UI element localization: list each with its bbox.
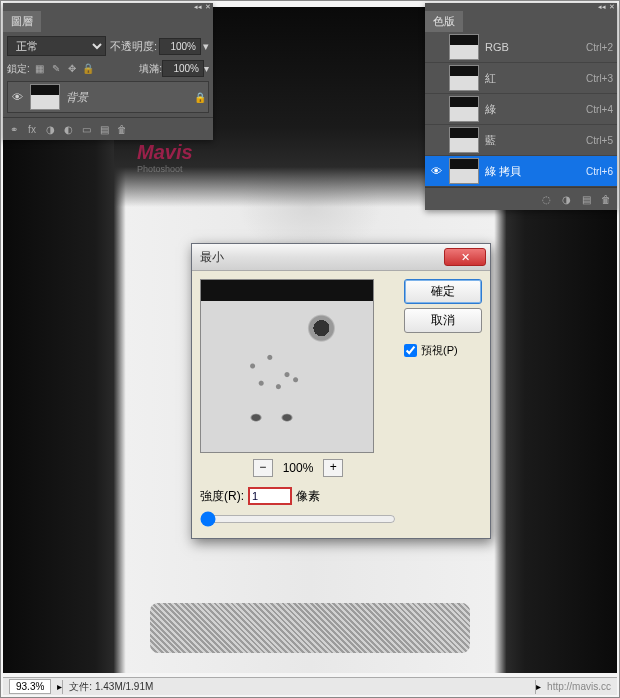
- panel-title-bar[interactable]: ◂◂ ✕: [3, 3, 213, 11]
- collapse-icon[interactable]: ◂◂: [598, 3, 606, 11]
- status-url: http://mavis.cc: [541, 681, 617, 692]
- channel-shortcut: Ctrl+4: [586, 104, 613, 115]
- channel-shortcut: Ctrl+6: [586, 166, 613, 177]
- radius-unit: 像素: [296, 488, 320, 505]
- channel-shortcut: Ctrl+5: [586, 135, 613, 146]
- radius-input[interactable]: [248, 487, 292, 505]
- layers-panel: ◂◂ ✕ 圖層 正常 不透明度: 100% ▾ 鎖定: ▦ ✎ ✥ 🔒 填滿: …: [3, 3, 213, 140]
- radius-slider[interactable]: [200, 511, 396, 527]
- watermark-sub: Photoshoot: [137, 164, 193, 174]
- panel-title-bar[interactable]: ◂◂ ✕: [425, 3, 617, 11]
- watermark: Mavis Photoshoot: [137, 141, 193, 174]
- channels-tab[interactable]: 色版: [425, 11, 463, 32]
- fill-label: 填滿:: [139, 62, 162, 76]
- trash-icon[interactable]: 🗑: [599, 192, 613, 206]
- group-icon[interactable]: ▭: [79, 122, 93, 136]
- dialog-title: 最小: [200, 249, 444, 266]
- channel-label: 綠 拷貝: [485, 164, 580, 179]
- mask-icon[interactable]: ◑: [43, 122, 57, 136]
- chevron-down-icon[interactable]: ▾: [204, 63, 209, 74]
- layers-tab[interactable]: 圖層: [3, 11, 41, 32]
- lock-icon: 🔒: [194, 92, 206, 103]
- lock-pixels-icon[interactable]: ✎: [50, 63, 62, 75]
- channel-row[interactable]: 紅Ctrl+3: [425, 63, 617, 94]
- layers-panel-footer: ⚭ fx ◑ ◐ ▭ ▤ 🗑: [3, 117, 213, 140]
- channel-shortcut: Ctrl+2: [586, 42, 613, 53]
- channels-panel: ◂◂ ✕ 色版 RGBCtrl+2紅Ctrl+3綠Ctrl+4藍Ctrl+5👁綠…: [425, 3, 617, 210]
- fx-icon[interactable]: fx: [25, 122, 39, 136]
- channel-thumbnail[interactable]: [449, 34, 479, 60]
- preview-checkbox-label: 預視(P): [421, 343, 458, 358]
- link-layers-icon[interactable]: ⚭: [7, 122, 21, 136]
- preview-image: [201, 280, 373, 452]
- save-selection-icon[interactable]: ◑: [559, 192, 573, 206]
- filter-preview[interactable]: [200, 279, 374, 453]
- channel-row[interactable]: RGBCtrl+2: [425, 32, 617, 63]
- channel-label: RGB: [485, 41, 580, 53]
- new-layer-icon[interactable]: ▤: [97, 122, 111, 136]
- channel-row[interactable]: 👁綠 拷貝Ctrl+6: [425, 156, 617, 187]
- channel-shortcut: Ctrl+3: [586, 73, 613, 84]
- adjustment-layer-icon[interactable]: ◐: [61, 122, 75, 136]
- preview-checkbox-row[interactable]: 預視(P): [404, 343, 482, 358]
- ok-button[interactable]: 確定: [404, 279, 482, 304]
- channels-panel-footer: ◌ ◑ ▤ 🗑: [425, 187, 617, 210]
- status-bar: 93.3% ▸ 文件: 1.43M/1.91M ▸ http://mavis.c…: [3, 677, 617, 695]
- lock-transparency-icon[interactable]: ▦: [34, 63, 46, 75]
- new-channel-icon[interactable]: ▤: [579, 192, 593, 206]
- channel-label: 紅: [485, 71, 580, 86]
- watermark-text: Mavis: [137, 141, 193, 163]
- collapse-icon[interactable]: ◂◂: [194, 3, 202, 11]
- channel-thumbnail[interactable]: [449, 96, 479, 122]
- minimum-filter-dialog: 最小 ✕ − 100% + 強度(R): 像素 確定 取消: [191, 243, 491, 539]
- trash-icon[interactable]: 🗑: [115, 122, 129, 136]
- layer-row[interactable]: 👁 背景 🔒: [7, 81, 209, 113]
- status-doc-size[interactable]: 文件: 1.43M/1.91M: [62, 680, 536, 694]
- cancel-button[interactable]: 取消: [404, 308, 482, 333]
- image-region-necklace: [150, 603, 469, 653]
- channel-thumbnail[interactable]: [449, 65, 479, 91]
- radius-label: 強度(R):: [200, 488, 244, 505]
- visibility-eye-icon[interactable]: 👁: [10, 91, 24, 103]
- zoom-percent: 100%: [283, 461, 314, 475]
- opacity-label: 不透明度:: [110, 39, 157, 54]
- dialog-titlebar[interactable]: 最小 ✕: [192, 244, 490, 271]
- channel-label: 藍: [485, 133, 580, 148]
- channel-thumbnail[interactable]: [449, 158, 479, 184]
- fill-value[interactable]: 100%: [162, 60, 204, 77]
- blend-mode-select[interactable]: 正常: [7, 36, 106, 56]
- channel-row[interactable]: 綠Ctrl+4: [425, 94, 617, 125]
- zoom-in-button[interactable]: +: [323, 459, 343, 477]
- load-selection-icon[interactable]: ◌: [539, 192, 553, 206]
- visibility-eye-icon[interactable]: 👁: [429, 165, 443, 177]
- channel-thumbnail[interactable]: [449, 127, 479, 153]
- layer-name[interactable]: 背景: [66, 90, 188, 105]
- close-button[interactable]: ✕: [444, 248, 486, 266]
- preview-checkbox[interactable]: [404, 344, 417, 357]
- opacity-value[interactable]: 100%: [159, 38, 201, 55]
- lock-all-icon[interactable]: 🔒: [82, 63, 94, 75]
- chevron-down-icon[interactable]: ▾: [203, 40, 209, 53]
- channel-row[interactable]: 藍Ctrl+5: [425, 125, 617, 156]
- close-panel-icon[interactable]: ✕: [205, 3, 211, 11]
- lock-position-icon[interactable]: ✥: [66, 63, 78, 75]
- close-panel-icon[interactable]: ✕: [609, 3, 615, 11]
- zoom-out-button[interactable]: −: [253, 459, 273, 477]
- status-zoom[interactable]: 93.3%: [9, 679, 51, 694]
- channel-label: 綠: [485, 102, 580, 117]
- lock-label: 鎖定:: [7, 62, 30, 76]
- layer-thumbnail[interactable]: [30, 84, 60, 110]
